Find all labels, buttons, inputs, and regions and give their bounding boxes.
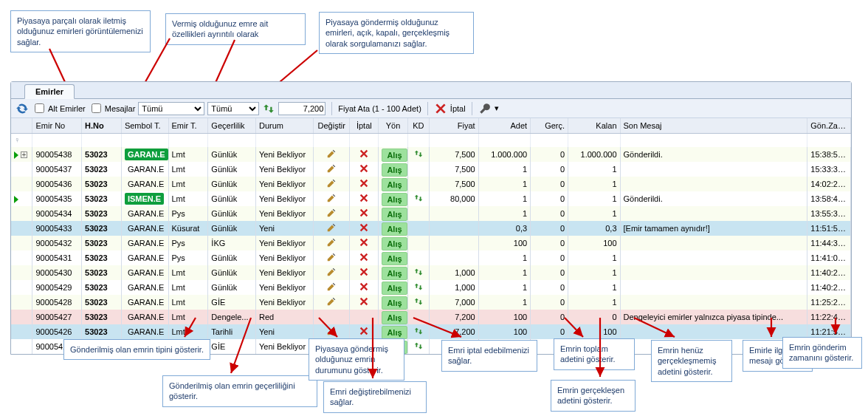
cancel-row-icon[interactable] xyxy=(359,296,369,307)
kd-icon[interactable] xyxy=(413,296,424,307)
col-ipt[interactable]: İptal xyxy=(350,118,379,133)
cancel-row-icon[interactable] xyxy=(359,252,369,262)
table-row[interactable]: +9000543853023GARAN.ELmtGünlükYeni Bekli… xyxy=(11,147,851,162)
edit-icon[interactable] xyxy=(326,267,337,277)
col-msj[interactable]: Son Mesaj xyxy=(621,118,808,133)
grid-header: Emir No H.No Sembol T. Emir T. Geçerlili… xyxy=(11,118,851,134)
cancel-row-icon[interactable] xyxy=(359,163,369,174)
alt-emirler-check[interactable]: Alt Emirler xyxy=(32,101,86,115)
table-row[interactable]: 9000542853023GARAN.ELmtGİEYeni BekliyorA… xyxy=(11,295,851,310)
callout-zaman: Emrin gönderim zamanını gösterir. xyxy=(782,337,862,369)
iptal-label: İptal xyxy=(450,104,466,113)
col-fiy[interactable]: Fiyat xyxy=(430,118,479,133)
col-gec[interactable]: Geçerlilik xyxy=(208,118,256,133)
edit-icon[interactable] xyxy=(326,282,337,292)
cancel-row-icon[interactable] xyxy=(359,149,369,159)
table-row[interactable]: 9000543053023GARAN.ELmtGünlükYeni Bekliy… xyxy=(11,265,851,280)
edit-icon[interactable] xyxy=(326,193,337,203)
edit-icon[interactable] xyxy=(326,178,337,188)
edit-icon[interactable] xyxy=(326,252,337,262)
callout-tip: Gönderilmiş olan emrin tipini gösterir. xyxy=(63,339,210,360)
col-kd[interactable]: KD xyxy=(408,118,430,133)
table-row[interactable]: 9000543653023GARAN.ELmtGünlükYeni Bekliy… xyxy=(11,177,851,191)
callout-parcali: Piyasaya parçalı olarak iletmiş olduğunu… xyxy=(10,10,151,52)
tools-icon[interactable] xyxy=(478,102,492,115)
alt-emirler-label: Alt Emirler xyxy=(48,104,86,113)
kd-icon[interactable] xyxy=(413,282,424,292)
callout-gerc: Emrin gerçekleşen adetini gösterir. xyxy=(551,380,636,412)
col-hno[interactable]: H.No xyxy=(82,118,122,133)
cancel-row-icon[interactable] xyxy=(359,178,369,188)
kd-icon[interactable] xyxy=(413,149,424,159)
callout-gec: Gönderilmiş olan emrin geçerliliğini gös… xyxy=(162,375,317,407)
kd-icon[interactable] xyxy=(413,193,424,203)
cancel-row-icon[interactable] xyxy=(359,237,369,248)
mesajlar-check[interactable]: Mesajlar xyxy=(89,101,136,115)
filter-row[interactable]: ♀ xyxy=(11,134,851,147)
cancel-row-icon[interactable] xyxy=(359,222,369,233)
table-row[interactable]: 9000543353023GARAN.EKüsuratGünlükYeniAlı… xyxy=(11,221,851,236)
table-row[interactable]: 9000542953023GARAN.ELmtGünlükYeni Bekliy… xyxy=(11,280,851,295)
edit-icon[interactable] xyxy=(326,237,337,248)
col-deg[interactable]: Değiştir xyxy=(314,118,350,133)
callout-sorgu: Piyasaya göndermiş olduğunuz emirleri, a… xyxy=(319,12,474,54)
callout-adet: Emrin toplam adetini gösterir. xyxy=(554,338,635,370)
col-kal[interactable]: Kalan xyxy=(568,118,620,133)
kd-icon[interactable] xyxy=(413,267,424,277)
callout-degistir: Emri değiştirebilmenizi sağlar. xyxy=(323,381,427,413)
cancel-row-icon[interactable] xyxy=(359,267,369,277)
table-row[interactable]: 9000543253023GARAN.EPysİKGYeni BekliyorA… xyxy=(11,236,851,250)
edit-icon[interactable] xyxy=(326,222,337,233)
col-sym[interactable]: Sembol T. xyxy=(122,118,169,133)
edit-icon[interactable] xyxy=(326,326,337,336)
callout-kalan: Emrin henüz gerçekleşmemiş adetini göste… xyxy=(651,340,732,382)
callout-iptal: Emri iptal edebilmenizi sağlar. xyxy=(441,340,537,372)
table-row[interactable]: 9000542753023GARAN.ELmtDengele...RedAlış… xyxy=(11,310,851,324)
edit-icon[interactable] xyxy=(326,296,337,307)
edit-icon[interactable] xyxy=(326,163,337,174)
callout-durum: Piyasaya göndermiş olduğunuz emrin durum… xyxy=(309,338,404,381)
toolbar: Alt Emirler Mesajlar Tümü Tümü Fiyat Ata… xyxy=(11,99,851,118)
col-emir[interactable]: Emir No xyxy=(32,118,82,133)
qty-input[interactable] xyxy=(278,102,326,115)
col-gerc[interactable]: Gerç. xyxy=(531,118,568,133)
col-zam[interactable]: Gön.Zam. ▼ xyxy=(807,118,851,133)
kd-icon[interactable] xyxy=(413,326,424,336)
tab-emirler[interactable]: Emirler xyxy=(24,84,75,99)
tab-strip: Emirler xyxy=(11,82,851,99)
col-yon[interactable]: Yön xyxy=(379,118,407,133)
cancel-row-icon[interactable] xyxy=(359,193,369,203)
edit-icon[interactable] xyxy=(326,208,337,218)
table-row[interactable]: 9000543453023GARAN.EPysGünlükYeni Bekliy… xyxy=(11,206,851,221)
cancel-icon[interactable] xyxy=(434,102,447,115)
cancel-row-icon[interactable] xyxy=(359,208,369,218)
cancel-row-icon[interactable] xyxy=(359,282,369,292)
table-row[interactable]: 9000543153023GARAN.EPysGünlükYeni Bekliy… xyxy=(11,250,851,265)
filter2-select[interactable]: Tümü xyxy=(207,102,259,115)
col-et[interactable]: Emir T. xyxy=(169,118,209,133)
rows-container: +9000543853023GARAN.ELmtGünlükYeni Bekli… xyxy=(11,147,851,354)
tools-dd[interactable]: ▾ xyxy=(495,103,499,113)
table-row[interactable]: 9000543753023GARAN.ELmtGünlükYeni Bekliy… xyxy=(11,162,851,177)
table-row[interactable]: 9000542653023GARAN.ELmtTarihliYeniAlış7,… xyxy=(11,324,851,339)
mesajlar-label: Mesajlar xyxy=(105,104,136,113)
col-adet[interactable]: Adet xyxy=(479,118,531,133)
fiyat-ata-label: Fiyat Ata (1 - 100 Adet) xyxy=(338,104,421,113)
col-dur[interactable]: Durum xyxy=(256,118,314,133)
kd-icon[interactable] xyxy=(413,341,424,351)
refresh-icon[interactable] xyxy=(16,102,29,115)
swap-icon[interactable] xyxy=(262,102,275,115)
cancel-row-icon[interactable] xyxy=(359,326,369,336)
filter1-select[interactable]: Tümü xyxy=(138,102,204,115)
edit-icon[interactable] xyxy=(326,149,337,159)
table-row[interactable]: 9000543553023ISMEN.ELmtGünlükYeni Bekliy… xyxy=(11,191,851,206)
orders-panel: Emirler Alt Emirler Mesajlar Tümü Tümü F… xyxy=(10,81,852,355)
callout-ozellik: Vermiş olduğunuz emre ait özellikleri ay… xyxy=(165,13,306,45)
